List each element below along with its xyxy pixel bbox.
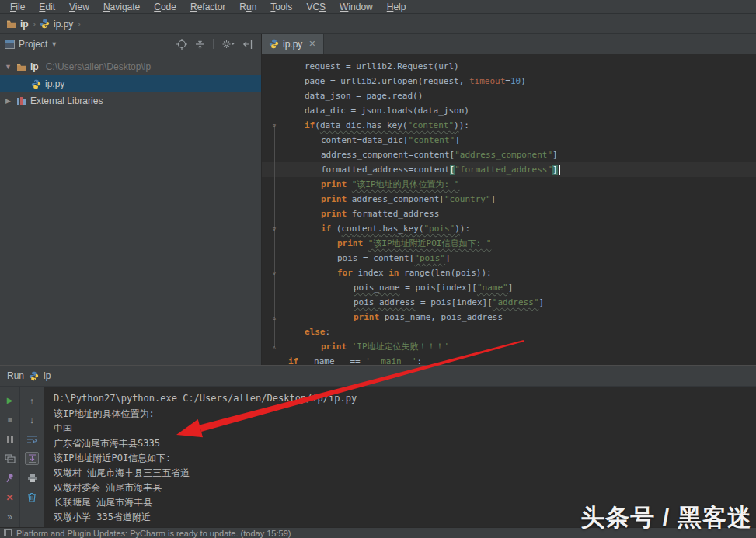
tree-row-project-root[interactable]: ▼ ip C:\Users\allen\Desktop\ip [0,58,261,75]
code-line: pois_address = pois[index]["address"] [262,295,756,310]
code-lines: request = urllib2.Request(url)page = url… [262,59,756,365]
code-line: formatted_address=content["formatted_add… [262,162,756,177]
collapse-all-icon[interactable] [195,39,205,50]
code-line: data_json = page.read() [262,89,756,103]
code-line: content=data_dic["content"] [262,133,756,148]
run-toolbar-left: ▶ ■ ✕ » [0,387,20,527]
tab-close-icon[interactable]: ✕ [308,39,315,49]
next-trace-button[interactable]: ↓ [25,413,39,426]
breadcrumb-project[interactable]: ip [6,19,29,30]
code-text: address_component=content["address_compo… [287,150,558,160]
code-line: data_dic = json.loads(data_json) [262,103,756,118]
code-text: if(data_dic.has_key("content")): [287,120,469,130]
prev-trace-button[interactable]: ↑ [25,394,39,407]
toolwindow-toggle-icon[interactable] [4,529,12,536]
menu-navigate[interactable]: Navigate [96,1,147,13]
breadcrumb: ip › ip.py › [0,14,756,34]
menu-vcs[interactable]: VCS [299,1,333,13]
chevron-right-icon: › [77,18,80,30]
code-text: for index in range(len(pois)): [287,268,492,278]
tree-row-ip-py[interactable]: ip.py [0,75,261,92]
menu-view[interactable]: View [62,1,96,13]
code-text: if (content.has_key("pois")): [287,224,470,234]
menu-edit[interactable]: Edit [32,1,62,13]
code-text: print pois_name, pois_address [287,312,503,322]
restore-layout-button[interactable] [3,452,17,465]
code-line: print "该IP地址的具体位置为: " [262,177,756,192]
menu-run[interactable]: Run [232,1,263,13]
project-tree: ▼ ip C:\Users\allen\Desktop\ip ip.py ▶ E… [0,54,262,365]
code-text: data_json = page.read() [287,91,423,101]
code-text: pois = content["pois"] [287,253,451,263]
console-line: 中国 [54,422,756,437]
code-text: formatted_address=content["formatted_add… [287,165,560,175]
code-text: print "该IP地址的具体位置为: " [287,179,460,190]
print-button[interactable] [25,471,39,484]
scroll-to-end-toggle[interactable] [25,452,39,465]
pause-button[interactable] [3,432,17,446]
code-line: if __name__ == '__main__': [262,354,756,365]
folder-icon [16,63,26,71]
menu-bar: FileEditViewNavigateCodeRefactorRunTools… [0,0,756,14]
fold-marker-icon[interactable]: ▿ [262,118,287,133]
breadcrumb-file[interactable]: ip.py [40,19,73,30]
toolwindow-row: Project ▼ ip.py ✕ [0,34,756,54]
menu-file[interactable]: File [3,1,32,13]
project-toolwindow-icon [5,40,15,49]
hide-panel-icon[interactable] [242,39,253,50]
tab-ip-py[interactable]: ip.py ✕ [262,34,324,54]
code-text: content=data_dic["content"] [287,135,460,145]
project-panel-title: Project [19,39,47,50]
rerun-button[interactable]: ▶ [3,394,17,407]
pin-tab-button[interactable] [3,471,17,484]
breadcrumb-file-label: ip.py [54,19,73,30]
collapsed-arrow-icon[interactable]: ▶ [4,97,12,105]
expand-arrow-icon[interactable]: ▼ [4,63,12,71]
menu-window[interactable]: Window [333,1,380,13]
code-text: else: [287,327,330,337]
code-line: ▿if(data_dic.has_key("content")): [262,118,756,133]
folder-icon [6,19,16,28]
stop-button[interactable]: ■ [3,413,17,426]
locate-file-icon[interactable] [176,39,187,50]
settings-gear-icon[interactable] [221,39,235,50]
code-line: ▿for index in range(len(pois)): [262,266,756,280]
code-text: request = urllib2.Request(url) [287,61,459,71]
fold-marker-icon[interactable]: ▵ [262,339,287,354]
fold-marker-icon[interactable]: ▿ [262,266,287,280]
text-caret [559,165,560,175]
menu-tools[interactable]: Tools [263,1,299,13]
fold-marker-icon[interactable]: ▵ [262,310,287,325]
watermark-text: 头条号 / 黑客迷 [580,502,752,534]
more-options-icon[interactable]: » [3,510,17,523]
breadcrumb-project-label: ip [20,19,29,30]
run-tab-label[interactable]: ip [44,370,51,381]
tree-libs-label: External Libraries [30,95,103,106]
run-toolbar-right: ↑ ↓ [20,387,44,527]
menu-refactor[interactable]: Refactor [183,1,232,13]
code-line: ▵print 'IP地址定位失败！！！' [262,339,756,354]
code-editor[interactable]: request = urllib2.Request(url)page = url… [262,54,756,365]
menu-help[interactable]: Help [380,1,413,13]
code-line: page = urllib2.urlopen(request, timeout=… [262,74,756,89]
code-text: pois_name = pois[index]["name"] [287,283,513,293]
tree-root-path: C:\Users\allen\Desktop\ip [46,61,151,72]
code-line: print address_component["country"] [262,192,756,207]
code-line: address_component=content["address_compo… [262,148,756,162]
python-file-icon [29,371,39,381]
libraries-icon [16,96,26,106]
code-line: ▵print pois_name, pois_address [262,310,756,325]
tree-row-external-libraries[interactable]: ▶ External Libraries [0,92,261,109]
python-file-icon [269,39,279,49]
fold-marker-icon[interactable]: ▿ [262,221,287,236]
menu-code[interactable]: Code [147,1,183,13]
toolbar-separator [213,39,214,49]
code-text: print address_component["country"] [287,194,496,204]
python-file-icon [40,19,50,29]
soft-wrap-toggle[interactable] [25,432,39,446]
code-text: pois_address = pois[index]["address"] [287,297,544,307]
clear-console-button[interactable] [25,491,39,504]
close-run-panel-button[interactable]: ✕ [3,491,17,504]
status-message[interactable]: Platform and Plugin Updates: PyCharm is … [16,529,291,538]
chevron-down-icon[interactable]: ▼ [51,40,57,48]
